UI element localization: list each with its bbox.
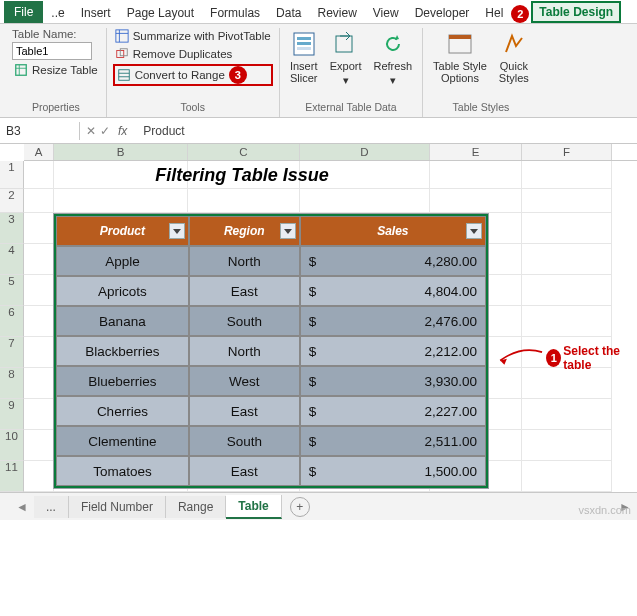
cell-sales[interactable]: $2,227.00 [300,396,486,426]
filter-icon[interactable] [466,223,482,239]
table-row[interactable]: Blackberries North $2,212.00 [56,336,486,366]
sheet-tab-more[interactable]: ... [34,496,69,518]
quick-styles-button[interactable]: Quick Styles [495,28,533,86]
table-row[interactable]: Blueberries West $3,930.00 [56,366,486,396]
table-row[interactable]: Clementine South $2,511.00 [56,426,486,456]
cell[interactable] [24,461,54,492]
cell[interactable] [24,213,54,244]
sheet-tab-table[interactable]: Table [226,495,281,519]
table-row[interactable]: Apricots East $4,804.00 [56,276,486,306]
cell-region[interactable]: North [189,336,300,366]
cell-region[interactable]: West [189,366,300,396]
tab-file[interactable]: File [4,1,43,23]
col-E[interactable]: E [430,144,522,160]
name-box[interactable]: B3 [0,122,80,140]
cell-region[interactable]: South [189,306,300,336]
tab-table-design[interactable]: Table Design [531,1,621,23]
row-8[interactable]: 8 [0,368,24,399]
row-9[interactable]: 9 [0,399,24,430]
header-region[interactable]: Region [189,216,300,246]
cell[interactable] [24,337,54,368]
tab-view[interactable]: View [365,3,407,23]
tab-data[interactable]: Data [268,3,309,23]
sheet-tab-field-number[interactable]: Field Number [69,496,166,518]
col-C[interactable]: C [188,144,300,160]
cell-product[interactable]: Cherries [56,396,189,426]
cell[interactable] [300,189,430,213]
cell[interactable] [522,189,612,213]
cell[interactable] [188,189,300,213]
convert-to-range-button[interactable]: Convert to Range 3 [113,64,273,86]
cell[interactable] [24,430,54,461]
cell-region[interactable]: North [189,246,300,276]
cell-product[interactable]: Blueberries [56,366,189,396]
row-3[interactable]: 3 [0,213,24,244]
cancel-icon[interactable]: ✕ [86,124,96,138]
cell[interactable] [522,399,612,430]
table-style-options-button[interactable]: Table Style Options [429,28,491,86]
insert-slicer-button[interactable]: Insert Slicer [286,28,322,86]
row-4[interactable]: 4 [0,244,24,275]
cell[interactable] [54,189,188,213]
tab-formulas[interactable]: Formulas [202,3,268,23]
cell[interactable] [522,161,612,189]
tab-developer[interactable]: Developer [407,3,478,23]
cell-product[interactable]: Tomatoes [56,456,189,486]
cell-sales[interactable]: $4,280.00 [300,246,486,276]
cell-product[interactable]: Apple [56,246,189,276]
cell-product[interactable]: Clementine [56,426,189,456]
row-6[interactable]: 6 [0,306,24,337]
cell-sales[interactable]: $2,476.00 [300,306,486,336]
cell[interactable] [24,161,54,189]
table-row[interactable]: Tomatoes East $1,500.00 [56,456,486,486]
table-row[interactable]: Cherries East $2,227.00 [56,396,486,426]
tab-page-layout[interactable]: Page Layout [119,3,202,23]
tab-home-cut[interactable]: ..e [43,3,72,23]
tab-help-cut[interactable]: Hel [477,3,511,23]
cell-product[interactable]: Blackberries [56,336,189,366]
filter-icon[interactable] [169,223,185,239]
nav-prev-icon[interactable]: ◄ [10,500,34,514]
table-row[interactable]: Apple North $4,280.00 [56,246,486,276]
fx-icon[interactable]: fx [114,124,131,138]
row-1[interactable]: 1 [0,161,24,189]
excel-table[interactable]: Product Region Sales Apple North $4,280.… [54,214,488,488]
cell[interactable] [522,213,612,244]
enter-icon[interactable]: ✓ [100,124,110,138]
cell[interactable] [430,161,522,189]
sheet-tab-range[interactable]: Range [166,496,226,518]
row-7[interactable]: 7 [0,337,24,368]
summarize-pivot-button[interactable]: Summarize with PivotTable [113,28,273,44]
col-F[interactable]: F [522,144,612,160]
cell[interactable] [522,461,612,492]
cell-sales[interactable]: $3,930.00 [300,366,486,396]
header-sales[interactable]: Sales [300,216,486,246]
cell[interactable] [24,189,54,213]
cell[interactable] [522,244,612,275]
col-D[interactable]: D [300,144,430,160]
cell[interactable] [522,306,612,337]
cell[interactable] [522,275,612,306]
cell-sales[interactable]: $1,500.00 [300,456,486,486]
cell-region[interactable]: East [189,396,300,426]
row-11[interactable]: 11 [0,461,24,492]
cell-region[interactable]: South [189,426,300,456]
cell[interactable] [24,399,54,430]
row-10[interactable]: 10 [0,430,24,461]
table-row[interactable]: Banana South $2,476.00 [56,306,486,336]
cell[interactable] [24,368,54,399]
cell[interactable] [24,244,54,275]
row-2[interactable]: 2 [0,189,24,213]
tab-insert[interactable]: Insert [73,3,119,23]
col-A[interactable]: A [24,144,54,160]
cell-sales[interactable]: $4,804.00 [300,276,486,306]
sheet-body[interactable]: 1 2 3 4 [0,161,637,492]
cell-sales[interactable]: $2,212.00 [300,336,486,366]
cell[interactable] [24,306,54,337]
row-5[interactable]: 5 [0,275,24,306]
refresh-button[interactable]: Refresh ▾ [370,28,417,88]
new-sheet-button[interactable]: + [290,497,310,517]
cell-product[interactable]: Banana [56,306,189,336]
cell-product[interactable]: Apricots [56,276,189,306]
table-name-input[interactable] [12,42,92,60]
